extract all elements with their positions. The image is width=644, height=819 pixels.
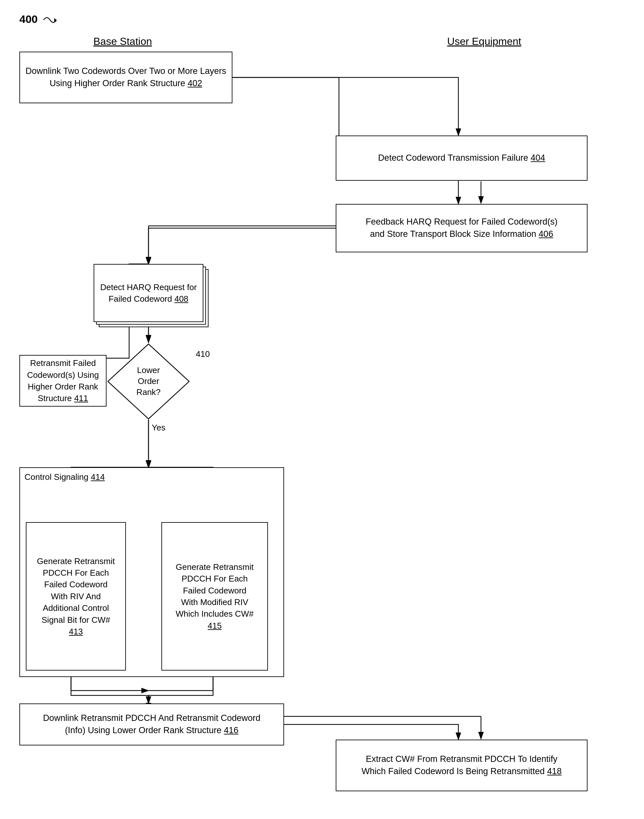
box-418: Extract CW# From Retransmit PDCCH To Ide… [336, 739, 587, 791]
box-404: Detect Codeword Transmission Failure 404 [336, 136, 587, 181]
box-415: Generate RetransmitPDCCH For EachFailed … [161, 522, 268, 671]
fig-number: 400 [19, 13, 38, 25]
box-402: Downlink Two Codewords Over Two or More … [19, 52, 232, 103]
ref-410: 410 [196, 349, 210, 359]
yes-label: Yes [152, 423, 165, 433]
box-406: Feedback HARQ Request for Failed Codewor… [336, 204, 587, 253]
box-416: Downlink Retransmit PDCCH And Retransmit… [19, 703, 284, 746]
column-user-equipment: User Equipment [420, 35, 549, 47]
fig-label: 400 [19, 13, 58, 26]
column-base-station: Base Station [58, 35, 187, 47]
arrows-svg2 [0, 0, 644, 819]
control-signaling-label: Control Signaling 414 [25, 471, 279, 483]
diagram: 400 Base Station User Equipment [0, 0, 644, 819]
diamond-410: LowerOrderRank? 410 [107, 343, 190, 420]
arrows-svg [0, 0, 644, 819]
box-408-stacked: Detect HARQ Request forFailed Codeword 4… [94, 264, 203, 322]
box-411: Retransmit FailedCodeword(s) UsingHigher… [19, 355, 107, 407]
box-413: Generate RetransmitPDCCH For EachFailed … [26, 522, 126, 671]
